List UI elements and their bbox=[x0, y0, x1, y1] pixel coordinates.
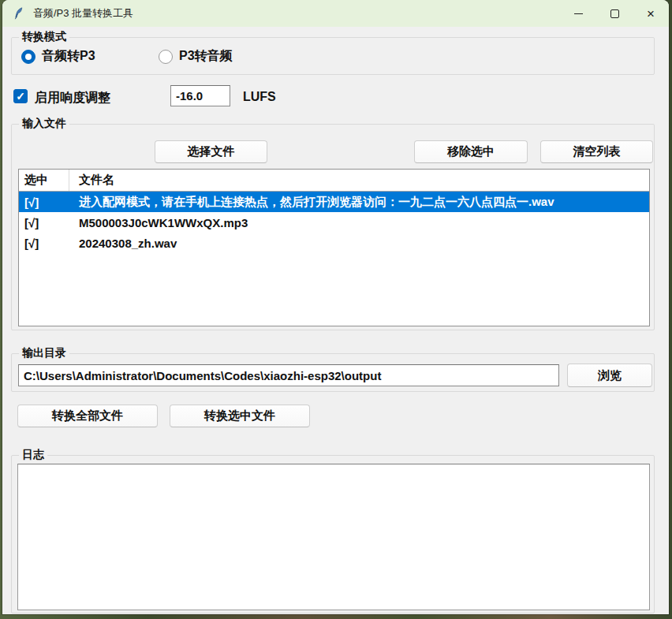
radio-unselected-icon bbox=[159, 50, 173, 64]
column-header-checked[interactable]: 选中 bbox=[19, 170, 69, 191]
maximize-button[interactable] bbox=[596, 0, 633, 27]
row-checked-cell: [√] bbox=[19, 196, 69, 209]
radio-selected-icon bbox=[21, 50, 35, 64]
minimize-icon bbox=[574, 13, 583, 14]
radio-p3-to-audio[interactable]: P3转音频 bbox=[159, 48, 233, 65]
row-filename-cell: M500003J0cWK1WWxQX.mp3 bbox=[69, 216, 649, 229]
log-group: 日志 bbox=[11, 455, 655, 613]
row-checked-cell: [√] bbox=[19, 237, 69, 250]
input-files-group: 输入文件 选择文件 移除选中 清空列表 选中 文件名 [√] 进入配网模式，请在… bbox=[11, 124, 655, 330]
file-list-table[interactable]: 选中 文件名 [√] 进入配网模式，请在手机上连接热点，然后打开浏览器访问：一九… bbox=[18, 169, 650, 326]
checkmark-icon: ✓ bbox=[16, 90, 25, 103]
tk-feather-icon bbox=[13, 7, 25, 20]
window-title: 音频/P3 批量转换工具 bbox=[33, 6, 133, 21]
convert-all-button[interactable]: 转换全部文件 bbox=[17, 405, 158, 427]
table-header: 选中 文件名 bbox=[19, 170, 649, 192]
row-checked-cell: [√] bbox=[19, 216, 69, 229]
log-group-label: 日志 bbox=[19, 448, 47, 462]
convert-selected-button[interactable]: 转换选中文件 bbox=[170, 405, 310, 427]
input-files-group-label: 输入文件 bbox=[19, 117, 69, 131]
loudness-checkbox[interactable]: ✓ bbox=[13, 89, 28, 103]
select-files-button[interactable]: 选择文件 bbox=[155, 140, 267, 163]
table-row[interactable]: [√] M500003J0cWK1WWxQX.mp3 bbox=[19, 212, 649, 233]
table-row[interactable]: [√] 20240308_zh.wav bbox=[19, 233, 649, 253]
close-icon: × bbox=[647, 7, 655, 21]
browse-button[interactable]: 浏览 bbox=[567, 364, 652, 387]
app-window: 音频/P3 批量转换工具 × 转换模式 音频转P3 P3转音频 ✓ 启用响度调整… bbox=[2, 0, 669, 614]
mode-group-label: 转换模式 bbox=[19, 30, 69, 44]
radio-p3-to-audio-label: P3转音频 bbox=[179, 48, 233, 65]
remove-selected-button[interactable]: 移除选中 bbox=[414, 140, 528, 163]
row-filename-cell: 20240308_zh.wav bbox=[69, 237, 649, 250]
loudness-label: 启用响度调整 bbox=[35, 90, 110, 106]
clear-list-button[interactable]: 清空列表 bbox=[540, 140, 653, 163]
output-dir-group-label: 输出目录 bbox=[19, 346, 69, 360]
maximize-icon bbox=[610, 9, 619, 18]
radio-audio-to-p3-label: 音频转P3 bbox=[42, 48, 95, 65]
column-header-filename[interactable]: 文件名 bbox=[69, 173, 649, 188]
row-filename-cell: 进入配网模式，请在手机上连接热点，然后打开浏览器访问：一九二点一六八点四点一.w… bbox=[69, 195, 649, 210]
close-button[interactable]: × bbox=[633, 0, 669, 27]
titlebar: 音频/P3 批量转换工具 × bbox=[2, 0, 669, 27]
log-textarea[interactable] bbox=[17, 464, 650, 610]
radio-audio-to-p3[interactable]: 音频转P3 bbox=[21, 48, 95, 65]
table-row[interactable]: [√] 进入配网模式，请在手机上连接热点，然后打开浏览器访问：一九二点一六八点四… bbox=[19, 192, 649, 212]
client-area: 转换模式 音频转P3 P3转音频 ✓ 启用响度调整 LUFS 输入文件 选择文件… bbox=[2, 27, 669, 614]
loudness-value-input[interactable] bbox=[170, 85, 230, 106]
mode-group: 转换模式 音频转P3 P3转音频 bbox=[11, 37, 655, 75]
output-dir-group: 输出目录 浏览 bbox=[11, 353, 655, 392]
minimize-button[interactable] bbox=[560, 0, 596, 27]
output-path-input[interactable] bbox=[18, 364, 559, 386]
lufs-unit-label: LUFS bbox=[243, 90, 276, 104]
